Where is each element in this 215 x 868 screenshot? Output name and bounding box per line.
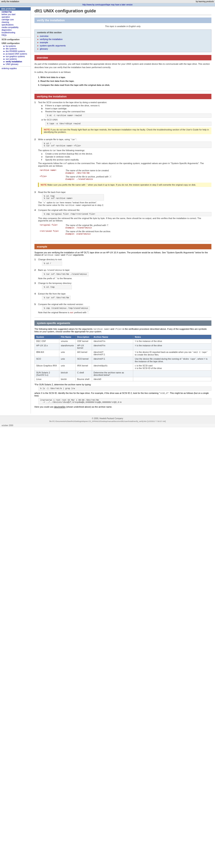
overview-header: overview [34, 55, 211, 60]
url-text: http://www.hp.com/support/tape may have … [83, 4, 132, 6]
sidebar-item-specifications[interactable]: specifications [0, 24, 31, 26]
page-title: dlt1 UNIX configuration guide [34, 8, 211, 15]
cell-system: SCO [35, 356, 59, 364]
link-example[interactable]: example [40, 41, 48, 43]
table-row: DEC OSF vmunix OSF kernel /dev/rmt/Ym Y … [35, 339, 211, 343]
cell-filename: vmunix [59, 339, 75, 343]
step-2-text: Write a sample file to tape, using 'tar'… [38, 138, 77, 141]
sidebar-item-sun-systems[interactable]: ► sun systems [0, 58, 31, 60]
sidebar-item-diagnostics[interactable]: diagnostics [0, 29, 31, 31]
step-4-num: 4 [34, 209, 36, 237]
cell-description: SCO kernel [75, 356, 92, 364]
ex-note-5: Note that the original filename is not p… [38, 311, 90, 314]
overview-step-3: Compare the data read from the tape with… [40, 83, 211, 87]
sidebar-scsi-header: SCSI configuration [0, 38, 31, 41]
arg-row-retrieved: <retrieved file> The name of the file re… [38, 229, 211, 236]
arg-row-archive: <archive name> The name of the archive n… [38, 169, 211, 175]
cell-archive: /dev/rmt/Ym [92, 343, 133, 350]
sidebar-item-faqs[interactable]: FAQs [0, 34, 31, 36]
sidebar-item-before-you-start[interactable]: before you start [0, 13, 31, 16]
ex-step-1-num: 1 [34, 258, 36, 267]
cell-description: IRIX kernel [75, 364, 92, 370]
example-section: example Suppose you are verifying the in… [34, 244, 211, 314]
link-verifying[interactable]: verifying the installation [40, 38, 62, 40]
step-2: 2 Write a sample file to tape, using 'ta… [34, 138, 211, 189]
link-glossary[interactable]: glossary [40, 48, 48, 50]
verifying-section: verifying the installation 1 Test the SC… [34, 94, 211, 237]
ex-note-2: Note the prefix of '.' to the filename. [38, 277, 89, 280]
tar-options: c Create a new archive (backup file) on … [41, 153, 211, 161]
arg-archive-desc: The name of the archive name to be creat… [64, 169, 211, 175]
contents-link-example[interactable]: ► example [37, 41, 209, 44]
link-overview[interactable]: overview [40, 35, 49, 37]
step-1-text: Test the SCSI connection to the tape dri… [38, 101, 107, 103]
cell-notes: c is the SCSI cardX is the SCSI ID of th… [133, 364, 211, 370]
sidebar-item-operation[interactable]: operation [0, 16, 31, 18]
sidebar-item-hp-systems[interactable]: ► hp systems [0, 45, 31, 48]
overview-section: overview As part of the installation pro… [34, 55, 211, 87]
overview-para2: In outline, the procedure is as follows: [34, 70, 211, 74]
cell-filename: unix [59, 364, 75, 370]
overview-para1: As part of the installation process, you… [34, 62, 211, 69]
example-step-4: 4 Extract the file from the tape: % tar … [34, 292, 211, 301]
step-2-note: NOTE Make sure you prefix the file name … [38, 183, 211, 187]
ex-code-5: % cmp /stand/vminux /tmp/stand/vminux [42, 306, 90, 310]
cell-filename: bin/csh [59, 370, 75, 377]
sun-code-2: lrwxrwxrwx 1 root root 63 Mar 1 00:00 /d… [38, 398, 211, 404]
ex-code-2: % tar cvf /dev/rmt/0m ./stand/vminux [42, 272, 89, 276]
step-1b: b Insert a tape cartridge. [41, 107, 211, 110]
sidebar-item-cleaning[interactable]: cleaning [0, 21, 31, 24]
contents-link-verifying[interactable]: ► verifying the installation [37, 38, 209, 41]
ex-step-5-num: 5 [34, 303, 36, 314]
overview-step-2: Read the test data from the tape. [40, 79, 211, 83]
sidebar-item-sun-graphics[interactable]: ► sun graphics systems [0, 55, 31, 58]
arg-file-name: <file> [38, 175, 64, 181]
step-3-num: 3 [34, 191, 36, 207]
contents-title: contents of this section [37, 31, 209, 34]
sidebar-section-unix: UNIX configuration ► hp systems ► dec sy… [0, 42, 31, 65]
tar-options-intro: The options to tar have the following me… [38, 149, 211, 152]
sidebar-item-dec-systems[interactable]: ► dec systems [0, 48, 31, 50]
contents-link-overview[interactable]: ► overview [37, 34, 209, 38]
cell-description: C shell [75, 370, 92, 377]
step-3-note: The 'x' option to tar here means "extrac… [38, 201, 104, 207]
step-1c: c Rewind the tape using the command line… [41, 110, 211, 113]
arrow-icon-1: ► [37, 35, 39, 37]
sidebar-item-troubleshooting[interactable]: troubleshooting [0, 31, 31, 34]
overview-content: As part of the installation process, you… [34, 62, 211, 87]
system-args-table: System File Name Description Archive Nam… [34, 335, 211, 381]
footer-path: file:///C:/Documents%20and%20Settings/el… [2, 421, 213, 422]
cell-archive: /dev/rmt/tpsXc [92, 364, 133, 370]
sun-note-3: Here you could use /dev/rmt/0m (shown un… [34, 406, 211, 408]
example-step-5: 5 Compare the original with the restored… [34, 303, 211, 314]
step-1b-text: Insert a tape cartridge. [45, 107, 67, 110]
step-1a-label: a [41, 104, 44, 107]
step-3-text: Read the file back from tape: [38, 191, 66, 193]
sidebar-item-cartridge-care[interactable]: cartridge core [0, 18, 31, 21]
cell-archive: /dev/rmt/Y/dev/rmt/Y.1 [92, 350, 133, 356]
sidebar-item-contact-hp[interactable]: contact hp [0, 10, 31, 13]
cell-description: Bourne shell [75, 377, 92, 381]
or-text: or for SCO UNIX: [41, 119, 211, 121]
table-row: HP-UX 10.x stand/vmunix HP-UX kernel /de… [35, 343, 211, 350]
sidebar-item-unix-glossary[interactable]: ► UNIX glossary [0, 63, 31, 65]
args-intro: The arguments follow the cvf options in … [38, 162, 211, 167]
top-bar: verify the installation hp learning prod… [0, 0, 215, 3]
ex-code-1: % cd / [42, 261, 62, 266]
link-system-args[interactable]: system-specific arguments [40, 44, 66, 47]
sidebar-item-ibm-rs6000[interactable]: ► ibm RS/6000 systems [0, 50, 31, 53]
contents-link-glossary[interactable]: ► glossary [37, 47, 209, 51]
cell-archive: /dev/st0 [92, 377, 133, 381]
step-1-subs: a If there is a tape cartridge already i… [41, 104, 211, 134]
arg-retrieved-desc: The name of the file retrieved from the … [64, 229, 211, 236]
example-header: example [34, 244, 211, 249]
sidebar-item-pc-unix[interactable]: ► pc-based UNIX systems [0, 53, 31, 55]
contents-link-system-args[interactable]: ► system-specific arguments [37, 44, 209, 47]
code-cmp: % cmp <original file> /tmp/<retrieved fi… [42, 212, 211, 216]
cell-notes: Y is the instance of the drive [133, 343, 211, 350]
sidebar-item-media-compatibility[interactable]: media compatibility [0, 26, 31, 29]
sidebar-item-ordering-supplies[interactable]: ordering supplies [0, 67, 31, 70]
step2-args-table: <archive name> The name of the archive n… [38, 169, 211, 181]
sidebar-item-verify-installation[interactable]: ► verify installation [0, 60, 31, 63]
step-4-note: This step compares the retrieved file an… [38, 217, 211, 222]
